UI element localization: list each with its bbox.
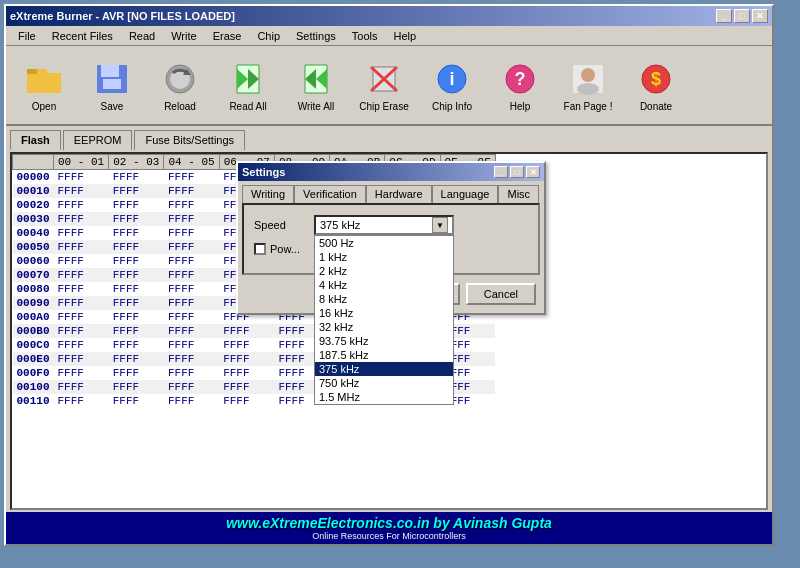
tab-eeprom[interactable]: EEPROM [63,130,133,150]
hex-cell[interactable]: FFFF [109,352,164,366]
speed-display[interactable]: 375 kHz ▼ [314,215,454,235]
menu-help[interactable]: Help [385,28,424,44]
speed-option-500hz[interactable]: 500 Hz [315,236,453,250]
hex-cell[interactable]: FFFF [54,394,109,408]
hex-cell[interactable]: FFFF [164,324,219,338]
hex-cell[interactable]: FFFF [54,268,109,282]
hex-cell[interactable]: FFFF [54,212,109,226]
hex-cell[interactable]: FFFF [109,268,164,282]
hex-cell[interactable]: FFFF [164,198,219,212]
hex-cell[interactable]: FFFF [164,240,219,254]
menu-read[interactable]: Read [121,28,163,44]
hex-cell[interactable]: FFFF [219,380,274,394]
hex-cell[interactable]: FFFF [54,380,109,394]
tab-flash[interactable]: Flash [10,130,61,150]
settings-tab-misc[interactable]: Misc [498,185,539,203]
hex-cell[interactable]: FFFF [164,310,219,324]
maximize-button[interactable]: □ [734,9,750,23]
menu-erase[interactable]: Erase [205,28,250,44]
hex-cell[interactable]: FFFF [109,310,164,324]
menu-write[interactable]: Write [163,28,204,44]
cancel-button[interactable]: Cancel [466,283,536,305]
hex-cell[interactable]: FFFF [219,352,274,366]
power-checkbox[interactable] [254,243,266,255]
hex-cell[interactable]: FFFF [54,254,109,268]
donate-button[interactable]: $ Donate [624,50,688,120]
speed-option-2khz[interactable]: 2 kHz [315,264,453,278]
hex-cell[interactable]: FFFF [109,296,164,310]
speed-dropdown[interactable]: 375 kHz ▼ 500 Hz 1 kHz 2 kHz 4 kHz 8 kHz… [314,215,454,235]
hex-cell[interactable]: FFFF [54,184,109,198]
settings-tab-writing[interactable]: Writing [242,185,294,203]
speed-option-8khz[interactable]: 8 kHz [315,292,453,306]
hex-cell[interactable]: FFFF [109,226,164,240]
settings-maximize-button[interactable]: □ [510,166,524,178]
dropdown-arrow-icon[interactable]: ▼ [432,217,448,233]
hex-cell[interactable]: FFFF [219,366,274,380]
settings-close-button[interactable]: ✕ [526,166,540,178]
hex-cell[interactable]: FFFF [164,254,219,268]
hex-cell[interactable]: FFFF [109,366,164,380]
hex-cell[interactable]: FFFF [219,394,274,408]
settings-minimize-button[interactable]: _ [494,166,508,178]
speed-option-187khz[interactable]: 187.5 kHz [315,348,453,362]
help-button[interactable]: ? Help [488,50,552,120]
hex-cell[interactable]: FFFF [164,184,219,198]
hex-cell[interactable]: FFFF [109,282,164,296]
hex-cell[interactable]: FFFF [109,254,164,268]
fan-page-button[interactable]: Fan Page ! [556,50,620,120]
hex-cell[interactable]: FFFF [164,226,219,240]
hex-cell[interactable]: FFFF [164,338,219,352]
hex-cell[interactable]: FFFF [164,268,219,282]
hex-cell[interactable]: FFFF [164,170,219,185]
menu-settings[interactable]: Settings [288,28,344,44]
hex-cell[interactable]: FFFF [109,240,164,254]
settings-tab-hardware[interactable]: Hardware [366,185,432,203]
hex-cell[interactable]: FFFF [54,240,109,254]
menu-tools[interactable]: Tools [344,28,386,44]
hex-cell[interactable]: FFFF [54,324,109,338]
hex-cell[interactable]: FFFF [109,338,164,352]
hex-cell[interactable]: FFFF [219,324,274,338]
minimize-button[interactable]: _ [716,9,732,23]
hex-cell[interactable]: FFFF [54,352,109,366]
open-button[interactable]: Open [12,50,76,120]
settings-tab-verification[interactable]: Verification [294,185,366,203]
hex-cell[interactable]: FFFF [54,198,109,212]
read-all-button[interactable]: Read All [216,50,280,120]
hex-cell[interactable]: FFFF [109,324,164,338]
hex-cell[interactable]: FFFF [54,310,109,324]
chip-info-button[interactable]: i Chip Info [420,50,484,120]
hex-cell[interactable]: FFFF [109,212,164,226]
speed-option-4khz[interactable]: 4 kHz [315,278,453,292]
menu-file[interactable]: File [10,28,44,44]
hex-cell[interactable]: FFFF [54,366,109,380]
hex-cell[interactable]: FFFF [164,212,219,226]
hex-cell[interactable]: FFFF [109,170,164,185]
chip-erase-button[interactable]: Chip Erase [352,50,416,120]
close-button[interactable]: ✕ [752,9,768,23]
speed-option-32khz[interactable]: 32 kHz [315,320,453,334]
hex-cell[interactable]: FFFF [54,296,109,310]
save-button[interactable]: Save [80,50,144,120]
hex-cell[interactable]: FFFF [164,296,219,310]
tab-fuse[interactable]: Fuse Bits/Settings [134,130,245,150]
hex-cell[interactable]: FFFF [164,282,219,296]
hex-cell[interactable]: FFFF [54,170,109,185]
hex-cell[interactable]: FFFF [164,366,219,380]
hex-cell[interactable]: FFFF [109,380,164,394]
menu-chip[interactable]: Chip [249,28,288,44]
hex-cell[interactable]: FFFF [54,282,109,296]
speed-option-16khz[interactable]: 16 kHz [315,306,453,320]
hex-cell[interactable]: FFFF [109,198,164,212]
reload-button[interactable]: Reload [148,50,212,120]
settings-tab-language[interactable]: Language [432,185,499,203]
menu-recent[interactable]: Recent Files [44,28,121,44]
hex-cell[interactable]: FFFF [54,226,109,240]
speed-option-93khz[interactable]: 93.75 kHz [315,334,453,348]
speed-option-1khz[interactable]: 1 kHz [315,250,453,264]
hex-cell[interactable]: FFFF [164,394,219,408]
write-all-button[interactable]: Write All [284,50,348,120]
hex-cell[interactable]: FFFF [109,394,164,408]
hex-cell[interactable]: FFFF [54,338,109,352]
